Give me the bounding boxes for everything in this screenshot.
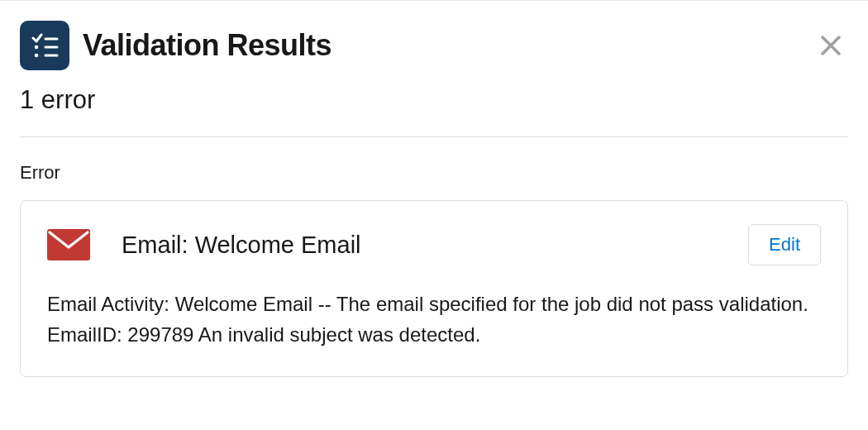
svg-rect-7 bbox=[47, 229, 90, 260]
edit-button[interactable]: Edit bbox=[748, 224, 821, 265]
section-label: Error bbox=[20, 162, 848, 184]
close-button[interactable] bbox=[813, 28, 848, 63]
validation-results-panel: Validation Results 1 error Error Email: … bbox=[0, 0, 868, 377]
error-card-left: Email: Welcome Email bbox=[47, 229, 361, 260]
email-icon bbox=[47, 229, 90, 260]
close-icon bbox=[818, 33, 843, 58]
page-title: Validation Results bbox=[83, 28, 331, 63]
validation-results-badge bbox=[20, 21, 69, 70]
error-message: Email Activity: Welcome Email -- The ema… bbox=[47, 289, 821, 350]
error-title: Email: Welcome Email bbox=[122, 232, 361, 259]
svg-point-3 bbox=[35, 54, 39, 58]
svg-point-1 bbox=[35, 45, 39, 50]
checklist-icon bbox=[29, 30, 60, 61]
header-row: Validation Results bbox=[20, 21, 848, 70]
header-left: Validation Results bbox=[20, 21, 331, 70]
error-count: 1 error bbox=[20, 85, 848, 115]
error-card: Email: Welcome Email Edit Email Activity… bbox=[20, 200, 848, 377]
divider bbox=[20, 136, 848, 137]
error-card-header: Email: Welcome Email Edit bbox=[47, 224, 821, 265]
